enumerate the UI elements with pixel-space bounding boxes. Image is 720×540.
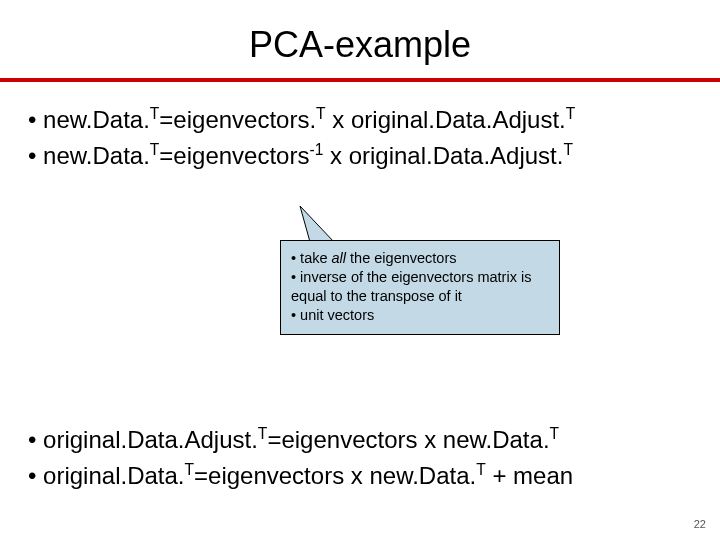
eq1-eq: =eigenvectors. bbox=[159, 106, 316, 133]
eq4-tail: + mean bbox=[486, 462, 573, 489]
eq1-rhs: x original.Data.Adjust. bbox=[326, 106, 566, 133]
eq4-eq: =eigenvectors x new.Data. bbox=[194, 462, 476, 489]
eq2-rhs: x original.Data.Adjust. bbox=[323, 142, 563, 169]
callout: • take all the eigenvectors • inverse of… bbox=[280, 240, 560, 335]
eq2-eq: =eigenvectors bbox=[159, 142, 309, 169]
eq1-mid-sup: T bbox=[316, 105, 326, 122]
callout-line-2: • inverse of the eigenvectors matrix is … bbox=[291, 268, 549, 306]
svg-marker-0 bbox=[300, 206, 334, 242]
eq4-rhs-sup: T bbox=[476, 461, 486, 478]
eq2-rhs-sup: T bbox=[563, 141, 573, 158]
eq1-lhs: new.Data. bbox=[43, 106, 150, 133]
page-number: 22 bbox=[694, 518, 706, 530]
eq3-lhs-sup: T bbox=[258, 425, 268, 442]
callout-l1-pre: • take bbox=[291, 250, 332, 266]
content-bottom: • original.Data.Adjust.T=eigenvectors x … bbox=[28, 420, 692, 497]
eq3-eq: =eigenvectors x new.Data. bbox=[267, 426, 549, 453]
eq3-lhs: original.Data.Adjust. bbox=[43, 426, 258, 453]
bullet-eq2: • new.Data.T=eigenvectors-1 x original.D… bbox=[28, 140, 692, 172]
callout-line-1: • take all the eigenvectors bbox=[291, 249, 549, 268]
callout-box: • take all the eigenvectors • inverse of… bbox=[280, 240, 560, 335]
bullet-eq4: • original.Data.T=eigenvectors x new.Dat… bbox=[28, 460, 692, 492]
bullet-eq3: • original.Data.Adjust.T=eigenvectors x … bbox=[28, 424, 692, 456]
slide-title: PCA-example bbox=[0, 0, 720, 78]
eq3-rhs-sup: T bbox=[550, 425, 560, 442]
callout-l1-post: the eigenvectors bbox=[346, 250, 456, 266]
eq1-lhs-sup: T bbox=[150, 105, 160, 122]
eq4-lhs: original.Data. bbox=[43, 462, 184, 489]
callout-tail-icon bbox=[298, 204, 358, 244]
eq1-rhs-sup: T bbox=[566, 105, 576, 122]
eq2-lhs-sup: T bbox=[150, 141, 160, 158]
eq2-lhs: new.Data. bbox=[43, 142, 150, 169]
eq4-lhs-sup: T bbox=[185, 461, 195, 478]
bullet-eq1: • new.Data.T=eigenvectors.T x original.D… bbox=[28, 104, 692, 136]
callout-l1-ital: all bbox=[332, 250, 347, 266]
slide: PCA-example • new.Data.T=eigenvectors.T … bbox=[0, 0, 720, 540]
eq2-mid-sup: -1 bbox=[309, 141, 323, 158]
content-top: • new.Data.T=eigenvectors.T x original.D… bbox=[0, 82, 720, 173]
callout-line-3: • unit vectors bbox=[291, 306, 549, 325]
